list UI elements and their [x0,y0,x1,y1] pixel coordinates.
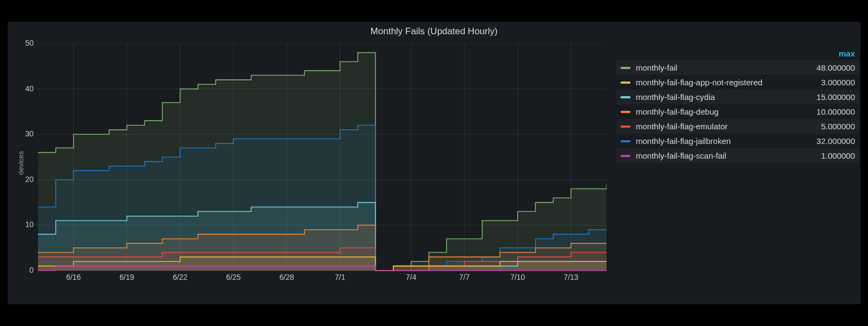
legend-item-name: monthly-fail [636,63,816,72]
legend-header-max[interactable]: max [616,47,859,60]
legend-item[interactable]: monthly-fail-flag-scan-fail1.000000 [616,148,859,163]
legend-swatch [621,67,630,69]
legend-item-name: monthly-fail-flag-jailbroken [636,136,816,146]
y-tick: 30 [17,129,34,138]
chart-panel: Monthly Fails (Updated Hourly) devices 0… [8,22,860,304]
legend-item-max: 1.000000 [821,151,855,160]
legend-item-name: monthly-fail-flag-app-not-registered [636,78,821,87]
legend-item[interactable]: monthly-fail-flag-emulator5.000000 [616,119,859,134]
legend-item-max: 48.000000 [816,63,855,72]
y-tick: 0 [17,266,34,274]
legend-item-name: monthly-fail-flag-scan-fail [636,151,821,160]
legend-swatch [621,126,630,128]
legend-swatch [621,140,630,142]
y-tick: 40 [17,84,34,93]
legend-item-max: 10.000000 [816,107,855,116]
legend-item-max: 3.000000 [821,78,855,87]
legend-item-name: monthly-fail-flag-debug [636,107,816,116]
legend-swatch [621,96,630,98]
legend-item[interactable]: monthly-fail-flag-debug10.000000 [616,104,859,119]
legend-item-max: 5.000000 [821,122,855,131]
y-tick: 50 [17,39,34,47]
legend-swatch [621,155,630,157]
y-tick: 10 [17,220,34,229]
chart-title: Monthly Fails (Updated Hourly) [8,22,860,37]
y-tick: 20 [17,175,34,184]
legend-item[interactable]: monthly-fail-flag-cydia15.000000 [616,90,859,104]
legend: max monthly-fail48.000000monthly-fail-fl… [616,47,859,163]
legend-swatch [621,111,630,113]
plot-area[interactable] [38,43,607,285]
legend-item[interactable]: monthly-fail-flag-jailbroken32.000000 [616,134,859,148]
legend-item[interactable]: monthly-fail-flag-app-not-registered3.00… [616,75,859,90]
legend-item[interactable]: monthly-fail48.000000 [616,60,859,75]
legend-swatch [621,82,630,84]
legend-item-max: 15.000000 [816,92,855,102]
y-axis-label: devices [17,151,25,175]
chart-svg [38,43,607,285]
legend-item-max: 32.000000 [816,136,855,146]
legend-item-name: monthly-fail-flag-emulator [636,122,821,131]
legend-item-name: monthly-fail-flag-cydia [636,92,816,102]
